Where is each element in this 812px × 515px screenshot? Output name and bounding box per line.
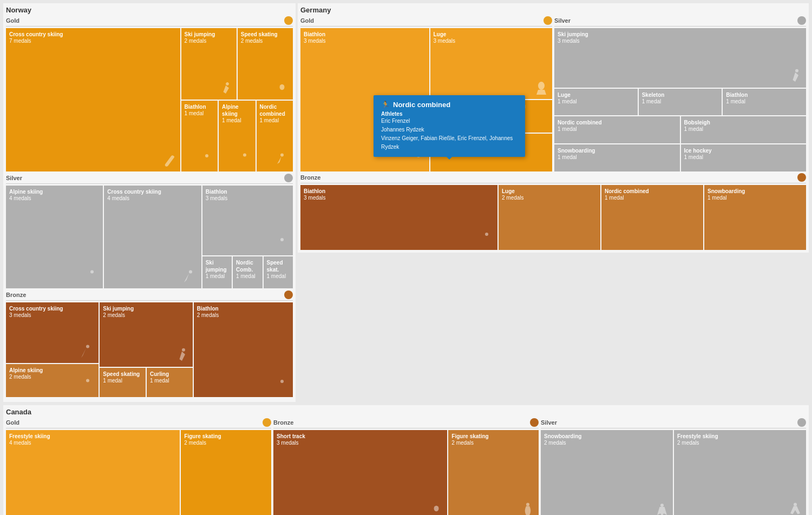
tile-ger-sil-sk[interactable]: Skeleton 1 medal xyxy=(639,89,722,116)
norway-title: Norway xyxy=(6,6,293,14)
svg-point-2 xyxy=(243,154,246,157)
tile-can-gold-fig[interactable]: Figure skating 2 medals xyxy=(181,430,271,515)
tooltip-athletes: Eric Frenzel Johannes Rydzek Vinzenz Gei… xyxy=(381,117,518,151)
tile-ger-sil-ih[interactable]: Ice hockey 1 medal xyxy=(681,144,807,171)
tile-ger-sil-sj[interactable]: Ski jumping 3 medals xyxy=(554,28,806,88)
svg-point-14 xyxy=(485,233,488,236)
svg-point-1 xyxy=(205,154,208,157)
tile-nor-bro-cu[interactable]: Curling 1 medal xyxy=(147,368,193,397)
tile-nor-gold-ccs[interactable]: Cross country skiing 7 medals xyxy=(6,28,180,171)
tile-ger-sil-nc[interactable]: Nordic combined 1 medal xyxy=(554,116,680,143)
tile-nor-bro-bi[interactable]: Biathlon 2 medals xyxy=(194,302,293,397)
fig-b-icon xyxy=(520,502,536,515)
tile-ger-gold-luge[interactable]: Luge 3 medals xyxy=(430,28,553,99)
st-b-icon xyxy=(428,502,444,515)
tile-nor-sil-as[interactable]: Alpine skiing 4 medals xyxy=(6,186,103,288)
ccs-s-icon xyxy=(182,269,199,286)
tile-ger-sil-luge[interactable]: Luge 1 medal xyxy=(554,89,638,116)
alpine-b-icon xyxy=(80,378,96,394)
tile-nor-bro-ccs[interactable]: Cross country skiing 3 medals xyxy=(6,302,99,363)
norway-gold: Gold Cross country skiing 7 medals xyxy=(6,16,293,171)
svg-point-10 xyxy=(280,380,284,383)
tile-nor-bro-sj[interactable]: Ski jumping 2 medals xyxy=(100,302,192,367)
germany-bronze-icon xyxy=(797,173,806,182)
sj-b-icon xyxy=(174,348,190,364)
svg-point-6 xyxy=(280,238,284,241)
bi-b-icon xyxy=(274,378,290,394)
alpine-icon xyxy=(237,153,253,169)
svg-point-0 xyxy=(280,84,285,90)
tile-ger-bro-snow[interactable]: Snowboarding 1 medal xyxy=(704,185,806,250)
tile-nor-sil-nc[interactable]: Nordic Comb. 1 medal xyxy=(233,256,262,288)
svg-point-8 xyxy=(86,379,89,382)
tile-can-bro-fig[interactable]: Figure skating 2 medals xyxy=(448,430,539,515)
tile-can-sil-snow[interactable]: Snowboarding 2 medals xyxy=(541,430,673,515)
germany-silver-icon xyxy=(797,16,806,25)
sj-s-icon xyxy=(787,69,803,85)
tile-ger-sil-snow[interactable]: Snowboarding 1 medal xyxy=(554,144,680,171)
tile-can-gold-fs[interactable]: Freestyle skiing 4 medals xyxy=(6,430,180,515)
tile-ger-sil-bob[interactable]: Bobsleigh 1 medal xyxy=(681,116,807,143)
tile-ger-bro-nc[interactable]: Nordic combined 1 medal xyxy=(601,185,703,250)
tile-can-bro-st[interactable]: Short track 3 medals xyxy=(273,430,447,515)
biathlon-icon xyxy=(199,153,215,169)
tile-nor-gold-as[interactable]: Alpine skiing 1 medal xyxy=(219,101,255,172)
norway-silver-label: Silver xyxy=(6,175,22,181)
tile-nor-sil-sj[interactable]: Ski jumping 1 medal xyxy=(202,256,232,288)
bi-br-icon xyxy=(479,231,495,247)
tile-nor-gold-ss[interactable]: Speed skating 2 medals xyxy=(238,28,293,100)
norway-bronze-icon xyxy=(284,290,293,299)
tile-nor-gold-bi[interactable]: Biathlon 1 medal xyxy=(181,101,218,172)
main-page: Norway Gold Cross country skiing 7 medal… xyxy=(0,0,812,515)
canada-section: Canada Gold Freestyle skiing 4 medals xyxy=(3,405,809,515)
germany-bronze: Bronze Biathlon 3 medals Luge 2 medals N… xyxy=(300,173,806,250)
tile-nor-bro-ss[interactable]: Speed skating 1 medal xyxy=(100,368,146,397)
speedskate-icon xyxy=(274,81,290,97)
skijump-icon xyxy=(218,81,234,97)
germany-section: Germany Gold Biathlon 3 medals xyxy=(298,3,809,253)
canada-gold-icon xyxy=(263,418,271,427)
germany-gold-icon xyxy=(543,16,552,25)
tile-ger-sil-bi[interactable]: Biathlon 1 medal xyxy=(723,89,806,116)
canada-gold: Gold Freestyle skiing 4 medals Figure sk… xyxy=(6,418,271,515)
norway-gold-icon xyxy=(284,16,293,25)
tile-nor-gold-sj[interactable]: Ski jumping 2 medals xyxy=(181,28,237,100)
svg-point-19 xyxy=(660,504,664,507)
norway-bronze-label: Bronze xyxy=(6,292,26,298)
luge-g-icon xyxy=(533,80,549,96)
canada-title: Canada xyxy=(6,408,806,416)
fs-s-icon xyxy=(787,502,803,515)
germany-silver: Silver Ski jumping 3 medals Luge 1 m xyxy=(554,16,806,171)
canada-silver: Silver Snowboarding 2 medals Freestyle s… xyxy=(541,418,806,515)
snow-s-icon xyxy=(654,502,670,515)
svg-point-7 xyxy=(86,345,89,348)
norway-gold-label: Gold xyxy=(6,17,19,24)
tooltip-sport-icon: 🏃 xyxy=(381,101,390,109)
svg-point-20 xyxy=(794,503,797,506)
canada-bronze: Bronze Short track 3 medals Figure skati… xyxy=(273,418,539,515)
tile-nor-sil-ccs[interactable]: Cross country skiing 4 medals xyxy=(104,186,201,288)
canada-silver-icon xyxy=(797,418,806,427)
tooltip: 🏃 Nordic combined Athletes Eric Frenzel … xyxy=(374,95,525,157)
biathlon-s-icon xyxy=(274,236,290,253)
norway-bronze: Bronze Cross country skiing 3 medals Alp… xyxy=(6,290,293,397)
tile-ger-bro-bi[interactable]: Biathlon 3 medals xyxy=(300,185,497,250)
ski-icon xyxy=(161,153,178,169)
tile-can-sil-fs[interactable]: Freestyle skiing 2 medals xyxy=(674,430,806,515)
tile-ger-bro-luge[interactable]: Luge 2 medals xyxy=(499,185,600,250)
nordic-icon xyxy=(274,153,290,169)
germany-title: Germany xyxy=(300,6,806,14)
norway-silver: Silver Alpine skiing 4 medals Cross coun… xyxy=(6,174,293,288)
alpine-s-icon xyxy=(84,269,100,286)
tooltip-title: 🏃 Nordic combined xyxy=(381,101,518,109)
tile-nor-sil-bi[interactable]: Biathlon 3 medals xyxy=(202,186,293,255)
svg-point-17 xyxy=(434,506,439,512)
canada-bronze-icon xyxy=(530,418,539,427)
tile-nor-sil-ss[interactable]: Speed skat. 1 medal xyxy=(264,256,293,288)
tile-nor-bro-as[interactable]: Alpine skiing 2 medals xyxy=(6,364,99,397)
tile-nor-gold-nc[interactable]: Nordic combined 1 medal xyxy=(257,101,293,172)
tooltip-athletes-label: Athletes xyxy=(381,111,518,117)
svg-point-3 xyxy=(280,154,284,157)
ccs-b-icon xyxy=(80,344,96,360)
svg-point-13 xyxy=(795,69,798,72)
